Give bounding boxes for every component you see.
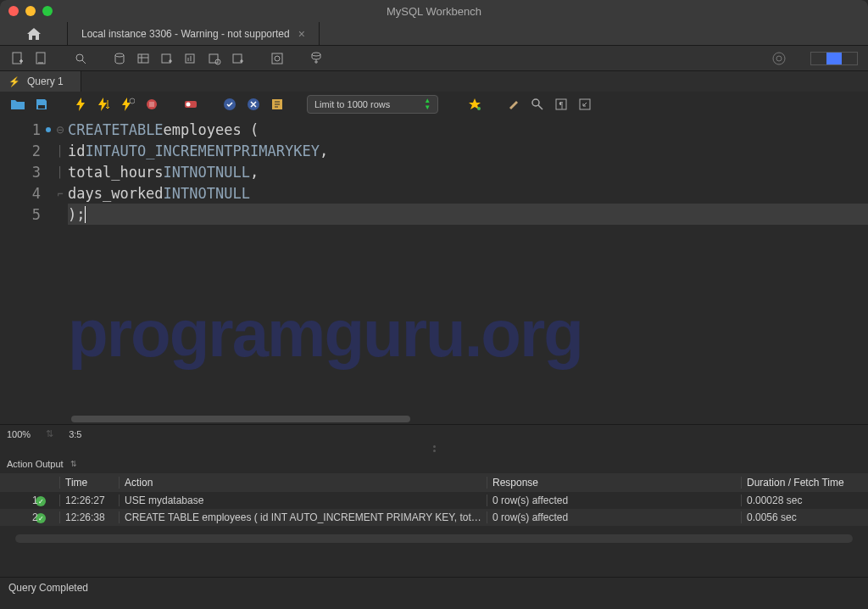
connection-tab[interactable]: Local instance 3306 - Warning - not supp… bbox=[68, 22, 320, 45]
query-tab[interactable]: ⚡ Query 1 bbox=[0, 71, 81, 92]
titlebar: MySQL Workbench bbox=[0, 0, 868, 22]
close-window-button[interactable] bbox=[8, 6, 19, 16]
svg-text:¶: ¶ bbox=[559, 100, 564, 109]
editor-horizontal-scrollbar[interactable] bbox=[0, 414, 868, 424]
snippets-icon[interactable] bbox=[577, 97, 593, 112]
limit-rows-dropdown[interactable]: Limit to 1000 rows ▲▼ bbox=[307, 95, 438, 114]
commit-icon[interactable] bbox=[222, 97, 237, 112]
output-row[interactable]: ✓212:26:38CREATE TABLE employees ( id IN… bbox=[0, 509, 868, 526]
output-panel-header: Action Output ⇅ bbox=[0, 455, 868, 473]
svg-point-14 bbox=[776, 56, 782, 61]
status-arrows-icon[interactable]: ⇅ bbox=[46, 428, 53, 439]
db-tool-6-icon[interactable] bbox=[231, 51, 246, 66]
save-file-icon[interactable] bbox=[34, 97, 49, 112]
db-tool-4-icon[interactable] bbox=[183, 51, 198, 66]
db-tool-2-icon[interactable] bbox=[136, 51, 151, 66]
output-mode-dropdown[interactable]: Action Output bbox=[7, 459, 64, 469]
fold-marker[interactable]: │ bbox=[53, 161, 68, 182]
fold-column: ⊖││⌐ bbox=[53, 117, 68, 414]
open-file-icon[interactable] bbox=[10, 97, 25, 112]
panel-splitter[interactable] bbox=[0, 443, 868, 455]
col-response-header[interactable]: Response bbox=[487, 477, 741, 489]
svg-rect-15 bbox=[38, 105, 45, 109]
code-line[interactable]: total_hours INT NOT NULL, bbox=[68, 161, 868, 182]
fold-marker[interactable] bbox=[53, 204, 68, 225]
action-output-table: Time Action Response Duration / Fetch Ti… bbox=[0, 473, 868, 543]
svg-point-12 bbox=[312, 53, 320, 56]
svg-point-25 bbox=[532, 99, 539, 106]
col-time-header[interactable]: Time bbox=[59, 477, 119, 489]
sql-editor[interactable]: 12345 ⊖││⌐ programguru.org CREATE TABLE … bbox=[0, 117, 868, 414]
code-area[interactable]: programguru.org CREATE TABLE employees (… bbox=[68, 117, 868, 414]
watermark-text: programguru.org bbox=[68, 295, 582, 372]
line-gutter: 12345 bbox=[0, 117, 53, 414]
db-tool-3-icon[interactable] bbox=[159, 51, 175, 66]
svg-point-11 bbox=[275, 56, 280, 61]
wrap-icon[interactable]: ¶ bbox=[554, 97, 569, 112]
main-toolbar bbox=[0, 46, 868, 71]
execute-icon[interactable] bbox=[73, 97, 88, 112]
dropdown-arrows-icon: ▲▼ bbox=[424, 98, 431, 111]
rollback-icon[interactable] bbox=[246, 97, 261, 112]
minimize-window-button[interactable] bbox=[25, 6, 36, 16]
code-line[interactable]: id INT AUTO_INCREMENT PRIMARY KEY, bbox=[68, 140, 868, 161]
svg-rect-10 bbox=[272, 53, 282, 64]
home-tab[interactable] bbox=[0, 22, 68, 45]
maximize-window-button[interactable] bbox=[42, 6, 53, 16]
svg-point-13 bbox=[773, 53, 785, 64]
dropdown-chevron-icon[interactable]: ⇅ bbox=[70, 460, 77, 468]
connection-tab-label: Local instance 3306 - Warning - not supp… bbox=[81, 28, 290, 40]
svg-rect-4 bbox=[138, 54, 148, 63]
inspector-icon[interactable] bbox=[73, 51, 88, 66]
line-number: 4 bbox=[0, 182, 53, 204]
fold-marker[interactable]: │ bbox=[53, 140, 68, 161]
toggle-limit-icon[interactable] bbox=[270, 97, 285, 112]
server-icon[interactable] bbox=[309, 51, 324, 66]
dashboard-icon[interactable] bbox=[270, 51, 285, 66]
panel-toggle[interactable] bbox=[810, 52, 858, 65]
fold-marker[interactable]: ⌐ bbox=[53, 182, 68, 204]
stop-icon[interactable] bbox=[144, 97, 159, 112]
output-header-row: Time Action Response Duration / Fetch Ti… bbox=[0, 473, 868, 492]
new-sql-tab-icon[interactable] bbox=[10, 51, 25, 66]
svg-rect-18 bbox=[149, 102, 154, 107]
toggle-autocommit-icon[interactable] bbox=[183, 97, 198, 112]
code-line[interactable]: CREATE TABLE employees ( bbox=[68, 119, 868, 140]
col-duration-header[interactable]: Duration / Fetch Time bbox=[741, 477, 868, 489]
open-sql-file-icon[interactable] bbox=[34, 51, 49, 66]
col-action-header[interactable]: Action bbox=[119, 477, 487, 489]
invisible-chars-icon[interactable] bbox=[530, 97, 545, 112]
execute-current-icon[interactable] bbox=[97, 97, 112, 112]
status-message: Query Completed bbox=[8, 582, 88, 594]
zoom-level[interactable]: 100% bbox=[7, 429, 31, 439]
bolt-icon: ⚡ bbox=[8, 76, 20, 87]
svg-point-3 bbox=[115, 53, 124, 57]
window-title: MySQL Workbench bbox=[387, 5, 481, 18]
svg-point-24 bbox=[477, 107, 481, 110]
code-line[interactable]: days_worked INT NOT NULL bbox=[68, 182, 868, 204]
code-line[interactable]: ); bbox=[68, 204, 868, 225]
explain-icon[interactable] bbox=[120, 97, 136, 112]
line-number: 1 bbox=[0, 119, 53, 140]
cursor-position: 3:5 bbox=[69, 429, 81, 439]
output-row[interactable]: ✓112:26:27USE mydatabase0 row(s) affecte… bbox=[0, 492, 868, 509]
editor-status-bar: 100% ⇅ 3:5 bbox=[0, 424, 868, 443]
close-tab-icon[interactable]: × bbox=[298, 27, 305, 41]
connection-tab-bar: Local instance 3306 - Warning - not supp… bbox=[0, 22, 868, 46]
svg-rect-0 bbox=[13, 53, 21, 64]
svg-point-16 bbox=[130, 98, 135, 103]
db-tool-1-icon[interactable] bbox=[112, 51, 127, 66]
fold-marker[interactable]: ⊖ bbox=[53, 119, 68, 140]
editor-toolbar: Limit to 1000 rows ▲▼ ¶ bbox=[0, 92, 868, 117]
find-icon[interactable] bbox=[506, 97, 521, 112]
output-scrollbar[interactable] bbox=[15, 534, 853, 543]
settings-icon[interactable] bbox=[771, 51, 787, 66]
line-number: 5 bbox=[0, 204, 53, 225]
line-number: 3 bbox=[0, 161, 53, 182]
status-bar: Query Completed bbox=[0, 577, 868, 597]
db-tool-5-icon[interactable] bbox=[207, 51, 222, 66]
beautify-icon[interactable] bbox=[467, 97, 482, 112]
svg-point-2 bbox=[76, 54, 83, 61]
line-number: 2 bbox=[0, 140, 53, 161]
svg-point-20 bbox=[186, 103, 191, 107]
